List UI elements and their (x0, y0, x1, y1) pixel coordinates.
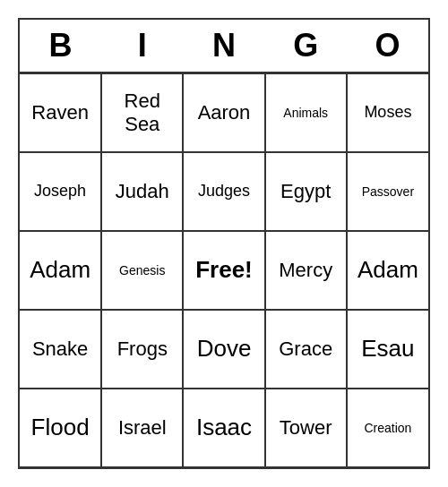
bingo-cell-14: Adam (347, 231, 428, 310)
cell-text-18: Grace (279, 337, 332, 361)
header-letter-b: B (20, 20, 101, 72)
bingo-cell-2: Aaron (183, 73, 264, 152)
cell-text-12: Free! (195, 256, 253, 284)
bingo-cell-13: Mercy (265, 231, 347, 310)
bingo-header: BINGO (20, 20, 428, 73)
cell-text-9: Passover (362, 184, 414, 200)
bingo-grid: RavenRed SeaAaronAnimalsMosesJosephJudah… (20, 73, 428, 467)
bingo-cell-24: Creation (347, 389, 428, 467)
header-letter-i: I (101, 20, 183, 72)
cell-text-11: Genesis (119, 263, 165, 278)
bingo-cell-18: Grace (265, 310, 347, 389)
cell-text-8: Egypt (280, 180, 331, 203)
bingo-cell-4: Moses (347, 73, 428, 152)
cell-text-16: Frogs (117, 337, 168, 361)
cell-text-23: Tower (280, 416, 332, 440)
cell-text-1: Red Sea (106, 90, 178, 137)
bingo-cell-21: Israel (101, 389, 183, 467)
cell-text-10: Adam (30, 256, 90, 284)
cell-text-19: Esau (361, 335, 414, 363)
cell-text-22: Isaac (196, 414, 252, 441)
cell-text-0: Raven (31, 101, 89, 124)
header-letter-n: N (183, 20, 264, 72)
bingo-cell-12: Free! (183, 231, 264, 310)
header-letter-o: O (347, 20, 428, 72)
bingo-cell-7: Judges (183, 152, 264, 231)
bingo-cell-16: Frogs (101, 310, 183, 389)
bingo-cell-1: Red Sea (101, 73, 183, 152)
bingo-card: BINGO RavenRed SeaAaronAnimalsMosesJosep… (18, 18, 430, 469)
cell-text-4: Moses (364, 103, 411, 123)
cell-text-17: Dove (197, 335, 252, 363)
bingo-cell-23: Tower (265, 389, 347, 467)
bingo-cell-20: Flood (20, 389, 101, 467)
cell-text-20: Flood (31, 414, 90, 441)
bingo-cell-8: Egypt (265, 152, 347, 231)
bingo-cell-6: Judah (101, 152, 183, 231)
cell-text-5: Joseph (34, 182, 86, 201)
bingo-cell-17: Dove (183, 310, 264, 389)
cell-text-2: Aaron (198, 101, 251, 124)
cell-text-21: Israel (118, 416, 167, 440)
cell-text-7: Judges (198, 182, 250, 201)
bingo-cell-5: Joseph (20, 152, 101, 231)
bingo-cell-19: Esau (347, 310, 428, 389)
bingo-cell-11: Genesis (101, 231, 183, 310)
cell-text-14: Adam (358, 256, 418, 284)
bingo-cell-15: Snake (20, 310, 101, 389)
bingo-cell-10: Adam (20, 231, 101, 310)
bingo-cell-3: Animals (265, 73, 347, 152)
cell-text-6: Judah (116, 180, 169, 203)
bingo-cell-9: Passover (347, 152, 428, 231)
header-letter-g: G (265, 20, 347, 72)
bingo-cell-22: Isaac (183, 389, 264, 467)
bingo-cell-0: Raven (20, 73, 101, 152)
cell-text-24: Creation (364, 421, 411, 436)
cell-text-13: Mercy (279, 259, 332, 282)
cell-text-15: Snake (32, 337, 88, 361)
cell-text-3: Animals (283, 106, 328, 121)
